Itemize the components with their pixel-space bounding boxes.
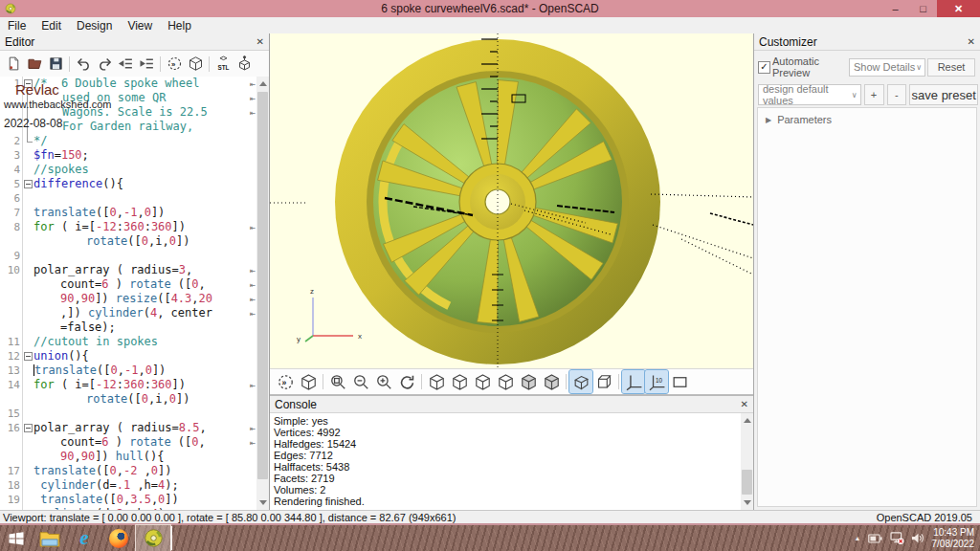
code-line[interactable]: 1/* 6 Double spoke wheel⇤	[0, 77, 256, 91]
taskbar-firefox[interactable]	[101, 525, 136, 551]
code-line[interactable]: 15	[0, 407, 256, 421]
remove-preset-button[interactable]: -	[887, 84, 907, 105]
code-line[interactable]: ,]) cylinder(4, center⇤	[0, 306, 256, 320]
volume-icon[interactable]	[911, 532, 925, 544]
preview-button[interactable]	[274, 370, 297, 393]
view-left-button[interactable]	[494, 370, 517, 393]
editor-scroll-thumb[interactable]	[257, 92, 268, 479]
view-orthogonal-button[interactable]	[592, 370, 615, 393]
code-line[interactable]: Wagons. Scale is 22.5⇤	[0, 105, 256, 120]
code-line[interactable]: 11//cutout in spokes	[0, 335, 256, 349]
maximize-button[interactable]: □	[909, 0, 937, 17]
fold-marker-icon[interactable]	[22, 177, 33, 191]
code-line[interactable]: 19 translate([0,3.5,0])	[0, 493, 256, 507]
code-line[interactable]: used on some QR⇤	[0, 91, 256, 105]
taskbar-openscad-active[interactable]	[136, 525, 170, 551]
scroll-down-icon[interactable]	[744, 500, 751, 505]
menu-file[interactable]: File	[0, 19, 33, 33]
code-line[interactable]: 18 cylinder(d=.1 ,h=4);	[0, 478, 256, 493]
undo-button[interactable]	[73, 54, 94, 75]
view-perspective-button[interactable]	[569, 370, 592, 393]
indent-button[interactable]	[136, 54, 157, 75]
code-line[interactable]: 7translate([0,-1,0])	[0, 206, 256, 220]
battery-icon[interactable]	[868, 533, 883, 544]
code-line[interactable]: 6	[0, 191, 256, 206]
menu-view[interactable]: View	[120, 19, 160, 33]
code-line[interactable]: For Garden railway,	[0, 120, 256, 134]
taskbar-file-explorer[interactable]	[33, 525, 67, 551]
show-axes-button[interactable]	[622, 370, 645, 393]
unindent-button[interactable]	[115, 54, 136, 75]
new-file-button[interactable]	[3, 54, 24, 75]
view-back-button[interactable]	[540, 370, 563, 393]
network-icon[interactable]	[890, 532, 904, 544]
3d-viewport[interactable]: z x y	[270, 33, 753, 368]
zoom-out-button[interactable]	[349, 370, 372, 393]
automatic-preview-checkbox[interactable]: ✓	[758, 61, 770, 74]
code-editor[interactable]: 1/* 6 Double spoke wheel⇤used on some QR…	[0, 77, 256, 510]
redo-button[interactable]	[94, 54, 115, 75]
code-line[interactable]: 8for ( i=[-12:360:360])⇤	[0, 220, 256, 234]
code-line[interactable]: 2*/	[0, 134, 256, 148]
save-preset-button[interactable]: save preset	[909, 84, 978, 105]
reset-view-button[interactable]	[395, 370, 418, 393]
open-file-button[interactable]	[24, 54, 45, 75]
export-stl-button[interactable]	[212, 54, 234, 75]
view-top-button[interactable]	[448, 370, 471, 393]
code-line[interactable]: 90,90]) resize([4.3,20⇤	[0, 292, 256, 306]
code-line[interactable]: 16polar_array ( radius=8.5,⇤	[0, 421, 256, 435]
hidden-icons-caret[interactable]: ▲	[855, 535, 861, 541]
fold-marker-icon[interactable]	[22, 349, 33, 364]
save-file-button[interactable]	[45, 54, 66, 75]
code-line[interactable]: 12union(){	[0, 349, 256, 364]
code-line[interactable]: rotate([0,i,0])	[0, 234, 256, 249]
start-button[interactable]	[0, 525, 33, 551]
close-button[interactable]: ✕	[937, 0, 980, 17]
zoom-all-button[interactable]	[326, 370, 349, 393]
code-line[interactable]: 5difference(){	[0, 177, 256, 191]
render-button[interactable]	[185, 54, 206, 75]
code-line[interactable]: 10polar_array ( radius=3,⇤	[0, 263, 256, 277]
fold-marker-icon[interactable]	[22, 77, 33, 91]
view-bottom-button[interactable]	[471, 370, 494, 393]
code-line[interactable]: =false);	[0, 320, 256, 335]
editor-close-icon[interactable]: ✕	[256, 36, 264, 47]
render-button[interactable]	[297, 370, 320, 393]
scroll-up-icon[interactable]	[259, 81, 267, 86]
view-right-button[interactable]	[425, 370, 448, 393]
show-details-dropdown[interactable]: Show Details ∨	[849, 58, 925, 77]
scroll-down-icon[interactable]	[259, 500, 267, 505]
console-scroll-thumb[interactable]	[742, 470, 752, 495]
parameters-section[interactable]: ▶ Parameters	[758, 108, 976, 125]
view-all-button[interactable]	[668, 370, 691, 393]
reset-button[interactable]: Reset	[927, 58, 975, 77]
taskbar-internet-explorer[interactable]: e	[67, 525, 101, 551]
editor-scrollbar[interactable]	[256, 77, 269, 510]
menu-design[interactable]: Design	[69, 19, 120, 33]
code-line[interactable]: 9	[0, 249, 256, 263]
scroll-up-icon[interactable]	[744, 418, 751, 423]
view-front-button[interactable]	[517, 370, 540, 393]
code-line[interactable]: 17translate([0,-2 ,0])	[0, 464, 256, 478]
code-line[interactable]: rotate([0,i,0])	[0, 392, 256, 407]
export-image-button[interactable]	[234, 54, 255, 75]
taskbar-clock[interactable]: 10:43 PM 7/08/2022	[932, 527, 975, 550]
code-line[interactable]: 3$fn=150;	[0, 148, 256, 163]
minimize-button[interactable]: –	[881, 0, 909, 17]
fold-marker-icon[interactable]	[22, 421, 33, 435]
customizer-close-icon[interactable]: ✕	[968, 36, 975, 47]
show-scale-markers-button[interactable]	[645, 370, 668, 393]
preview-button[interactable]	[164, 54, 185, 75]
add-preset-button[interactable]: +	[864, 84, 884, 105]
menu-edit[interactable]: Edit	[33, 19, 69, 33]
preset-dropdown[interactable]: design default values ∨	[758, 84, 861, 105]
menu-help[interactable]: Help	[160, 19, 199, 33]
code-line[interactable]: 14for ( i=[-12:360:360])⇤	[0, 378, 256, 392]
code-line[interactable]: 90,90]) hull(){	[0, 450, 256, 464]
console-scrollbar[interactable]	[741, 413, 753, 510]
code-line[interactable]: 4//spokes	[0, 163, 256, 177]
code-line[interactable]: count=6 ) rotate ([0,⇤	[0, 277, 256, 292]
code-line[interactable]: count=6 ) rotate ([0,⇤	[0, 435, 256, 450]
console-close-icon[interactable]: ✕	[741, 399, 748, 409]
zoom-in-button[interactable]	[372, 370, 395, 393]
